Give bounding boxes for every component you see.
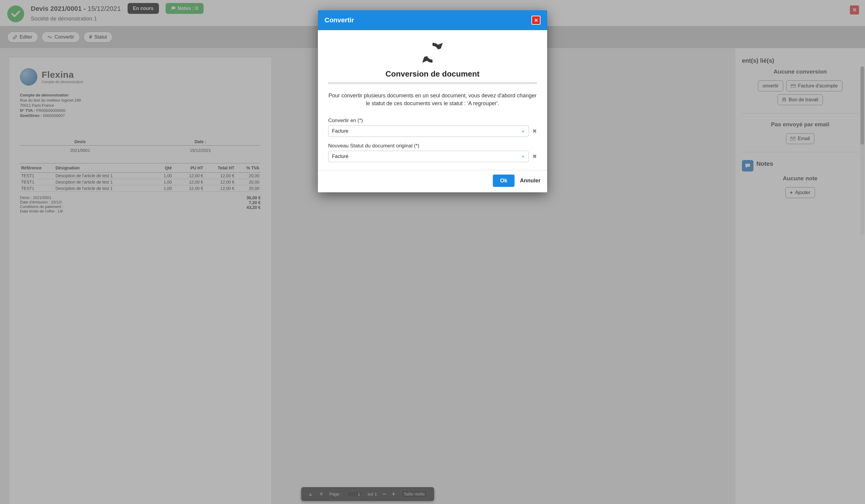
chevron-down-icon: ▾	[522, 154, 524, 159]
new-status-label: Nouveau Statut du document original (*)	[328, 143, 537, 149]
modal-header: Convertir ✕	[318, 10, 547, 30]
clear-field2-button[interactable]: ✖	[532, 153, 537, 160]
clear-field1-button[interactable]: ✖	[532, 128, 537, 134]
modal-body: Conversion de document Pour convertir pl…	[318, 30, 547, 170]
chevron-down-icon: ▾	[522, 129, 524, 133]
modal-footer: Ok Annuler	[318, 170, 547, 192]
modal-heading: Conversion de document	[328, 69, 537, 79]
ok-button[interactable]: Ok	[493, 175, 515, 187]
convert-to-label: Convertir en (*)	[328, 118, 537, 124]
modal-description: Pour convertir plusieurs documents en un…	[328, 92, 537, 107]
convert-modal: Convertir ✕ Conversion de document Pour …	[318, 10, 547, 192]
cancel-button[interactable]: Annuler	[520, 177, 541, 184]
modal-overlay[interactable]: Convertir ✕ Conversion de document Pour …	[0, 0, 865, 504]
modal-title-small: Convertir	[324, 16, 354, 24]
modal-close-button[interactable]: ✕	[531, 16, 541, 25]
new-status-select[interactable]: Facturé ▾	[328, 151, 529, 162]
refresh-icon	[328, 39, 537, 66]
convert-to-select[interactable]: Facture ▾	[328, 125, 529, 137]
